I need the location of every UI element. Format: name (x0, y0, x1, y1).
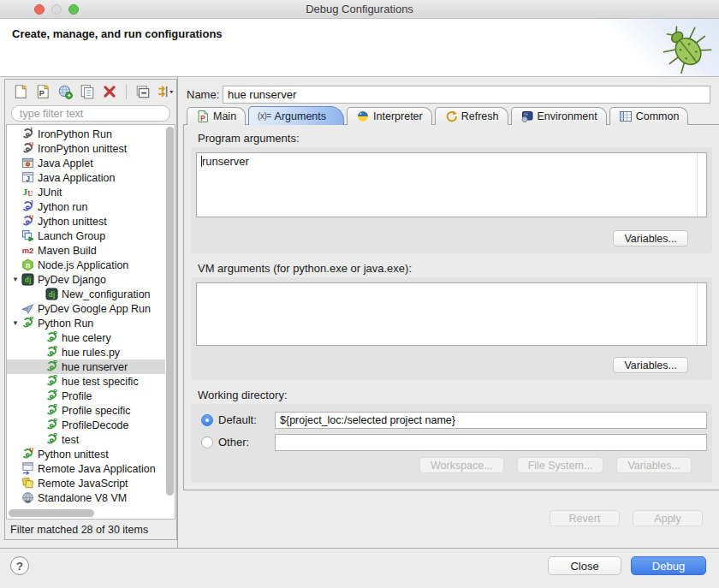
svg-text:J: J (26, 175, 30, 183)
tab-common[interactable]: Common (609, 107, 689, 125)
svg-text:U: U (29, 142, 33, 147)
tree-item[interactable]: JJython run (7, 199, 165, 214)
program-arguments-label: Program arguments: (198, 132, 300, 145)
export-launch-configurations-icon[interactable] (56, 83, 74, 100)
svg-text:P: P (53, 375, 57, 380)
collapse-all-icon[interactable] (134, 83, 152, 100)
jython-run-icon: J (21, 200, 34, 213)
svg-text:✦: ✦ (44, 84, 51, 92)
tab-refresh[interactable]: Refresh (435, 107, 508, 125)
tree-item[interactable]: PProfile (7, 389, 165, 403)
svg-text:U: U (27, 189, 33, 198)
tree-item[interactable]: Standalone V8 VM (7, 490, 165, 505)
tree-item[interactable]: Phue celery (7, 330, 165, 345)
pa-variables-button[interactable]: Variables... (613, 230, 688, 246)
tree-item[interactable]: Remote JavaScript (7, 476, 165, 490)
remote-java-application-icon (21, 462, 34, 475)
new-launch-prototype-icon[interactable]: P✦ (33, 83, 52, 100)
tree-item[interactable]: Remote Java Application (7, 461, 165, 476)
tab-label: Interpreter (373, 110, 423, 122)
dialog-footer: ? Close Debug (0, 548, 719, 588)
svg-text:P: P (53, 331, 57, 336)
tab-main[interactable]: PMain (187, 107, 246, 125)
tree-item[interactable]: nNode.js Application (7, 258, 165, 272)
tree-item[interactable]: PyDev Google App Run (7, 301, 165, 316)
svg-text:✦: ✦ (21, 84, 28, 92)
tab-environment[interactable]: Environment (511, 107, 607, 125)
horizontal-scrollbar[interactable] (9, 509, 163, 517)
tree-item[interactable]: Phue test specific (7, 374, 165, 389)
default-directory-input[interactable] (275, 412, 707, 429)
tab-label: Refresh (461, 110, 499, 122)
tree-item[interactable]: UJython unittest (7, 214, 165, 229)
tree-item-label: Java Applet (38, 157, 93, 169)
interpreter-tab-icon (356, 110, 370, 123)
tree-item[interactable]: PProfile specific (7, 403, 165, 418)
svg-text:J: J (29, 200, 33, 205)
file-system-button[interactable]: File System... (517, 457, 604, 473)
vm-arguments-textarea[interactable] (196, 282, 707, 346)
tree-item-label: Standalone V8 VM (38, 492, 127, 504)
other-directory-input[interactable] (275, 434, 707, 451)
tree-item-label: IronPython Run (38, 128, 112, 140)
tree-item[interactable]: ▼djPyDev Django (7, 272, 165, 287)
tree-item[interactable]: Java Applet (7, 156, 165, 170)
svg-text:m2: m2 (21, 246, 33, 255)
other-radio-label: Other: (218, 436, 275, 448)
tree-item[interactable]: Launch Group (7, 229, 165, 243)
tree-item[interactable]: ▼PPython Run (7, 316, 165, 330)
working-directory-buttons: Workspace...File System...Variables... (419, 457, 692, 473)
textarea-scrollbar[interactable] (697, 153, 706, 217)
tree-item-label: JUnit (38, 187, 62, 199)
filter-input[interactable] (11, 105, 170, 122)
name-input[interactable] (223, 86, 710, 104)
delete-launch-configuration-icon[interactable] (100, 83, 119, 100)
tree-item[interactable]: UPython unittest (7, 447, 165, 461)
other-radio[interactable] (201, 437, 213, 448)
tree-item[interactable]: Phue runserver (7, 359, 165, 374)
tree-item[interactable]: JJava Application (7, 170, 165, 185)
revert-button[interactable]: Revert (550, 510, 620, 526)
disclosure-triangle-icon[interactable]: ▼ (10, 319, 21, 327)
wd-variables-button[interactable]: Variables... (616, 457, 692, 473)
tree-item-label: hue test specific (62, 376, 139, 388)
vm-variables-button[interactable]: Variables... (613, 357, 688, 373)
debug-button[interactable]: Debug (631, 556, 706, 575)
tab-arguments[interactable]: (x)=Arguments (248, 106, 344, 125)
program-arguments-textarea[interactable]: runserver (196, 152, 707, 217)
disclosure-triangle-icon[interactable]: ▼ (10, 276, 21, 283)
tree-item[interactable]: PProfileDecode (7, 418, 165, 432)
tab-label: Environment (538, 110, 597, 122)
filter-launch-configurations-icon[interactable] (156, 83, 175, 100)
tab-interpreter[interactable]: Interpreter (347, 107, 432, 125)
help-button[interactable]: ? (10, 556, 29, 575)
tree-item[interactable]: JUJUnit (7, 185, 165, 199)
workspace-button[interactable]: Workspace... (419, 457, 504, 473)
tree-item[interactable]: Ptest (7, 432, 165, 447)
vm-arguments-label: VM arguments (for python.exe or java.exe… (198, 262, 412, 275)
close-button[interactable]: Close (548, 556, 621, 575)
environment-tab-icon (520, 110, 534, 123)
apply-button[interactable]: Apply (633, 510, 703, 526)
tree-item-label: IronPython unittest (38, 143, 127, 155)
default-radio[interactable] (201, 414, 213, 426)
configurations-tree[interactable]: IIronPython RunUIronPython unittestJava … (6, 124, 175, 520)
tree-item[interactable]: djNew_configuration (7, 287, 165, 301)
title-bar[interactable]: Debug Configurations (0, 0, 719, 19)
java-applet-icon (21, 157, 34, 169)
duplicate-launch-configuration-icon[interactable] (78, 83, 97, 100)
textarea-scrollbar[interactable] (697, 283, 706, 345)
tree-item-label: Remote JavaScript (38, 478, 128, 490)
tree-item[interactable]: IIronPython Run (7, 127, 165, 141)
python-run-icon: P (45, 419, 58, 431)
vm-arguments-group: Variables... (191, 277, 712, 380)
tree-item[interactable]: m2Maven Build (7, 243, 165, 258)
vertical-scrollbar[interactable] (166, 127, 174, 503)
new-launch-configuration-icon[interactable]: ✦ (11, 83, 30, 100)
python-run-icon: P (45, 331, 58, 344)
tree-item-label: Python unittest (38, 448, 109, 460)
window-title: Debug Configurations (0, 3, 719, 15)
nodejs-application-icon: n (21, 258, 34, 271)
tree-item[interactable]: Phue rules.py (7, 345, 165, 359)
tree-item[interactable]: UIronPython unittest (7, 141, 165, 156)
